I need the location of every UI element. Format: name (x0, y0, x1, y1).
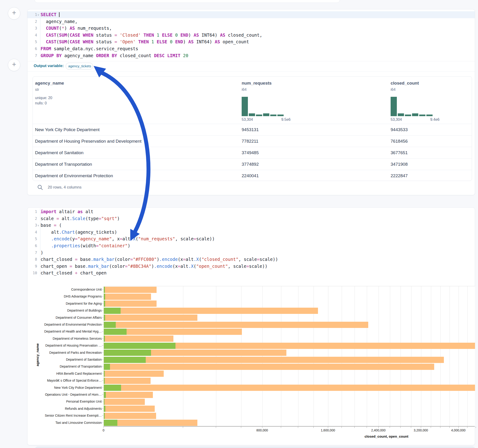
bar-closed-count (104, 315, 197, 321)
sql-cell: 1∨SELECT 2 agency_name,3 COUNT(*) AS num… (27, 9, 475, 195)
line-number: 2 (27, 215, 37, 222)
bar-open-count (104, 294, 105, 300)
y-axis-label: Department of Transportation (60, 363, 102, 370)
y-axis-label: DHS Advantage Programs (64, 293, 102, 300)
table-cell: Department of Housing Preservation and D… (35, 136, 142, 147)
code-text: .encode(y="agency_name", x=alt.X("num_re… (41, 236, 215, 243)
x-axis-tick-label: 800,000 (256, 428, 268, 432)
column-name: num_requests (242, 81, 272, 86)
histogram-bar (263, 113, 269, 116)
code-line[interactable]: 6 .properties(width="container") (27, 243, 475, 249)
collapse-chevron-icon[interactable]: ∨ (38, 222, 39, 229)
table-row[interactable]: Department of Environmental Protection22… (33, 170, 472, 181)
code-line[interactable]: 6FROM sample_data.nyc.service_requests (27, 45, 475, 52)
column-histogram (242, 97, 284, 116)
table-cell: 3774892 (242, 159, 259, 170)
bar-open-count (104, 364, 110, 370)
x-axis-tick-label: 4,000,000 (451, 428, 465, 432)
code-text: import altair as alt (41, 208, 93, 215)
add-cell-button-middle[interactable]: + (8, 59, 20, 71)
bar-open-count (104, 336, 105, 342)
y-axis-tick (102, 332, 103, 332)
y-axis-label: Operations Unit - Department of Hom… (45, 391, 102, 398)
column-stat: nulls: 0 (35, 101, 47, 105)
code-line[interactable]: 10chart_closed + chart_open (27, 270, 475, 277)
code-text: CAST(SUM(CASE WHEN status = 'Closed' THE… (41, 32, 262, 39)
histogram-bar (249, 113, 255, 116)
y-axis-tick (102, 317, 103, 318)
text-cursor (59, 12, 59, 17)
histogram-min-label: 53,304 (242, 118, 253, 122)
histogram-bar (405, 115, 411, 116)
x-axis-title: closed_count, open_count (365, 434, 408, 438)
column-type: str (35, 87, 39, 92)
code-line[interactable]: 9chart_open = base.mark_bar(color="#8BC3… (27, 263, 475, 270)
histogram-bar (256, 115, 262, 116)
x-axis-tick-label: 1,600,000 (321, 428, 335, 432)
bar-open-count (104, 413, 105, 419)
search-icon[interactable] (37, 184, 43, 190)
x-axis-tick (298, 427, 298, 428)
x-axis-tick (449, 427, 450, 428)
code-line[interactable]: 2scale = alt.Scale(type="sqrt") (27, 215, 475, 222)
table-row[interactable]: Department of Transportation377489234719… (33, 158, 472, 170)
next-cell-edge (35, 447, 475, 448)
line-number: 6 (27, 243, 37, 249)
x-axis-tick (421, 427, 421, 428)
bar-closed-count (104, 392, 153, 398)
code-text: chart_closed + chart_open (41, 270, 107, 277)
code-line[interactable]: 1∨SELECT (27, 11, 475, 18)
y-axis-label: Department of Buildings (67, 307, 102, 314)
y-axis-tick (102, 345, 103, 346)
y-axis-label: Taxi and Limousine Commission (55, 419, 102, 426)
table-row[interactable]: Department of Housing Preservation and D… (33, 135, 472, 147)
bar-open-count (104, 406, 105, 412)
bar-closed-count (104, 336, 173, 342)
code-line[interactable]: 5 .encode(y="agency_name", x=alt.X("num_… (27, 236, 475, 243)
y-axis-tick (102, 409, 103, 409)
code-line[interactable]: 3∨base = ( (27, 222, 475, 229)
code-line[interactable]: 7GROUP BY agency_name ORDER BY closed_co… (27, 52, 475, 59)
line-number: 6 (27, 45, 37, 52)
histogram-bar (419, 115, 425, 116)
table-row[interactable]: Department of Sanitation37494853677651 (33, 147, 472, 158)
bar-closed-count (104, 413, 156, 419)
x-axis-tick (262, 427, 262, 428)
code-line[interactable]: 3 COUNT(*) AS num_requests, (27, 25, 475, 32)
line-number: 8 (27, 256, 37, 263)
python-code-editor[interactable]: 1import altair as alt2scale = alt.Scale(… (27, 208, 475, 277)
x-axis-tick (400, 427, 401, 428)
x-axis-tick (354, 427, 355, 428)
code-line[interactable]: 8chart_closed = base.mark_bar(color="#FF… (27, 256, 475, 263)
y-axis-tick (102, 395, 103, 395)
bar-open-count (104, 329, 126, 335)
chart-row (104, 328, 475, 335)
column-type: i64 (242, 87, 246, 92)
code-line[interactable]: 4 CAST(SUM(CASE WHEN status = 'Closed' T… (27, 32, 475, 39)
x-axis-tick (216, 427, 216, 428)
code-line[interactable]: 2 agency_name, (27, 18, 475, 25)
x-axis-tick-label: 0 (103, 428, 104, 432)
collapse-chevron-icon[interactable]: ∨ (38, 12, 39, 19)
x-axis-tick (411, 427, 411, 428)
code-line[interactable]: 5 CAST(SUM(CASE WHEN status = 'Open' THE… (27, 38, 475, 45)
chart-row (104, 300, 475, 307)
histogram-bar (277, 115, 284, 116)
table-body: New York City Police Department945313194… (33, 124, 472, 181)
code-text: SELECT (41, 11, 59, 18)
code-line[interactable]: 4 alt.Chart(agency_tickets) (27, 229, 475, 236)
add-cell-button-top[interactable]: + (8, 7, 20, 20)
x-axis-tick (390, 427, 390, 428)
sql-code-editor[interactable]: 1∨SELECT 2 agency_name,3 COUNT(*) AS num… (27, 11, 475, 59)
table-row[interactable]: New York City Police Department945313194… (33, 124, 472, 135)
bar-closed-count (104, 378, 151, 384)
column-name: closed_count (391, 81, 419, 86)
code-text: base = ( (41, 222, 62, 229)
output-variable-input[interactable]: agency_tickets (66, 63, 93, 70)
code-line[interactable]: 1import altair as alt (27, 208, 475, 215)
code-line[interactable]: 7) (27, 249, 475, 256)
chart-plot-area (104, 286, 475, 426)
chart-row (104, 307, 475, 314)
x-axis-tick-label: 3,200,000 (414, 428, 428, 432)
bar-open-count (104, 371, 105, 377)
